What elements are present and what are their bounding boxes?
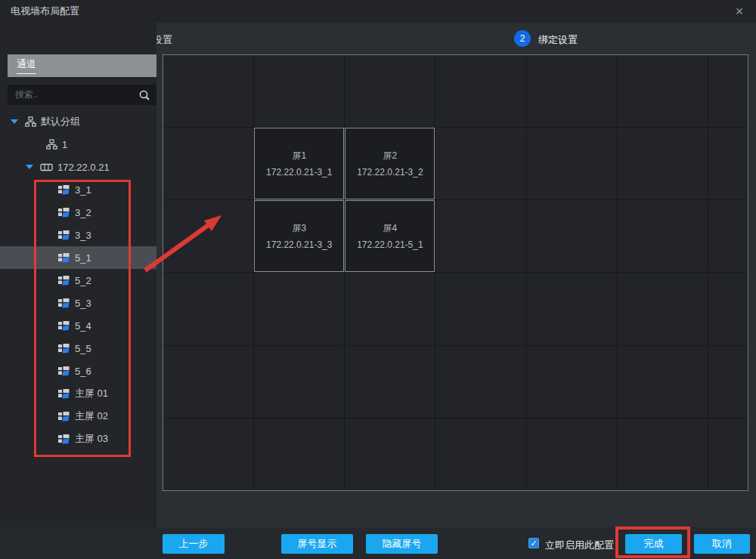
titlebar: 电视墙布局配置 × — [0, 0, 756, 23]
tv-wall-channel-icon — [57, 207, 70, 218]
wall-grid[interactable]: 屏1172.22.0.21-3_1屏2172.22.0.21-3_2屏3172.… — [163, 54, 748, 491]
tree-channel-5_6[interactable]: 5_6 — [0, 360, 156, 382]
tree-channel-5_1-selected[interactable]: 5_1 — [0, 246, 156, 269]
tree-channel-3_1[interactable]: 3_1 — [0, 178, 156, 201]
grid-cell[interactable] — [435, 273, 525, 344]
tree-channel-main-02[interactable]: 主屏 02 — [0, 405, 156, 428]
screen-name: 屏2 — [383, 150, 398, 162]
grid-cell[interactable] — [435, 128, 525, 199]
cancel-button[interactable]: 取消 — [694, 534, 750, 554]
grid-cell[interactable] — [618, 418, 708, 490]
grid-cell[interactable] — [254, 418, 344, 490]
grid-cell[interactable] — [527, 128, 617, 199]
tree-node-label: 默认分组 — [41, 115, 80, 128]
grid-cell[interactable] — [254, 55, 344, 127]
grid-cell[interactable] — [527, 273, 617, 344]
grid-cell-bound[interactable]: 屏4172.22.0.21-5_1 — [345, 200, 435, 272]
grid-cell[interactable] — [163, 346, 253, 418]
tree-node-label: 5_6 — [75, 366, 91, 377]
grid-cell-bound[interactable]: 屏3172.22.0.21-3_3 — [254, 200, 344, 272]
grid-cell[interactable] — [163, 128, 253, 199]
grid-cell[interactable] — [527, 200, 617, 272]
grid-cell[interactable] — [618, 346, 708, 418]
grid-cell[interactable] — [618, 200, 708, 272]
grid-cell[interactable] — [435, 418, 525, 490]
tv-wall-channel-icon — [57, 320, 70, 331]
tree-node-label: 主屏 01 — [75, 387, 108, 400]
tree-channel-5_3[interactable]: 5_3 — [0, 292, 156, 314]
grid-cell[interactable] — [708, 128, 748, 199]
tree-channel-3_3[interactable]: 3_3 — [0, 224, 156, 246]
grid-cell[interactable] — [345, 418, 435, 490]
tree-node-label: 3_3 — [75, 230, 91, 241]
grid-cell[interactable] — [618, 128, 708, 199]
grid-cell[interactable] — [527, 55, 617, 127]
grid-cell[interactable] — [435, 200, 525, 272]
dialog-title: 电视墙布局配置 — [11, 5, 79, 18]
tree-node-label: 主屏 03 — [75, 432, 108, 446]
enable-config-checkbox[interactable]: ✓ — [528, 538, 539, 548]
tree-node-device[interactable]: 172.22.0.21 — [0, 156, 156, 178]
tv-wall-channel-icon — [57, 434, 70, 444]
finish-button[interactable]: 完成 — [625, 534, 682, 554]
step-2-circle: 2 — [514, 30, 531, 47]
grid-cell[interactable] — [708, 346, 748, 418]
search-icon[interactable] — [138, 89, 150, 101]
tree-channel-main-03[interactable]: 主屏 03 — [0, 428, 156, 450]
footer-bar: 上一步 屏号显示 隐藏屏号 ✓ 立即启用此配置 完成 取消 — [0, 527, 756, 559]
wall-device-icon — [40, 162, 53, 172]
grid-cell[interactable] — [618, 273, 708, 344]
tree-node-label: 5_3 — [75, 298, 91, 309]
grid-cell-bound[interactable]: 屏2172.22.0.21-3_2 — [345, 128, 435, 199]
grid-cell[interactable] — [527, 418, 617, 490]
grid-cell[interactable] — [163, 55, 253, 127]
close-icon[interactable]: × — [730, 2, 748, 20]
tree-node-label: 5_1 — [75, 252, 91, 264]
tree-channel-5_5[interactable]: 5_5 — [0, 337, 156, 360]
hide-screen-number-button[interactable]: 隐藏屏号 — [366, 534, 438, 554]
grid-cell[interactable] — [345, 55, 435, 127]
screen-source: 172.22.0.21-3_2 — [357, 167, 423, 178]
tree-node-label: 3_2 — [75, 207, 91, 218]
tree-channel-5_2[interactable]: 5_2 — [0, 269, 156, 292]
grid-cell[interactable] — [163, 200, 253, 272]
tab-channel[interactable]: 通道 — [8, 54, 156, 77]
grid-cell[interactable] — [708, 200, 748, 272]
tree-channel-3_2[interactable]: 3_2 — [0, 201, 156, 224]
tree-node-label: 5_5 — [75, 343, 91, 354]
grid-cell[interactable] — [527, 346, 617, 418]
screen-source: 172.22.0.21-3_1 — [266, 167, 332, 178]
tree-channel-5_4[interactable]: 5_4 — [0, 314, 156, 337]
tv-wall-channel-icon — [57, 411, 70, 422]
grid-cell[interactable] — [435, 346, 525, 418]
grid-cell-bound[interactable]: 屏1172.22.0.21-3_1 — [254, 128, 344, 199]
grid-cell[interactable] — [708, 273, 748, 344]
tv-wall-channel-icon — [57, 298, 70, 308]
org-group-icon — [25, 116, 36, 127]
tree-node-label: 5_2 — [75, 275, 91, 286]
tree-node-label: 5_4 — [75, 320, 91, 332]
chevron-down-icon[interactable] — [11, 119, 18, 124]
tree-node-label: 1 — [62, 139, 67, 150]
chevron-down-icon[interactable] — [26, 165, 33, 169]
search-input[interactable]: 搜索.. — [8, 85, 156, 105]
tv-wall-channel-icon — [57, 388, 70, 399]
previous-step-button[interactable]: 上一步 — [163, 534, 225, 554]
grid-cell[interactable] — [254, 346, 344, 418]
grid-cell[interactable] — [345, 273, 435, 344]
grid-cell[interactable] — [435, 55, 525, 127]
grid-cell[interactable] — [254, 273, 344, 344]
tv-wall-channel-icon — [57, 184, 70, 195]
grid-cell[interactable] — [708, 55, 748, 127]
tree-channel-main-01[interactable]: 主屏 01 — [0, 382, 156, 405]
show-screen-number-button[interactable]: 屏号显示 — [281, 534, 353, 554]
screen-name: 屏1 — [292, 150, 306, 162]
grid-cell[interactable] — [708, 418, 748, 490]
grid-cell[interactable] — [345, 346, 435, 418]
screen-name: 屏4 — [383, 222, 398, 235]
grid-cell[interactable] — [618, 55, 708, 127]
grid-cell[interactable] — [163, 418, 253, 490]
tree-node-group-1[interactable]: 1 — [0, 133, 156, 156]
tree-node-default-group[interactable]: 默认分组 — [0, 110, 156, 133]
grid-cell[interactable] — [163, 273, 253, 344]
